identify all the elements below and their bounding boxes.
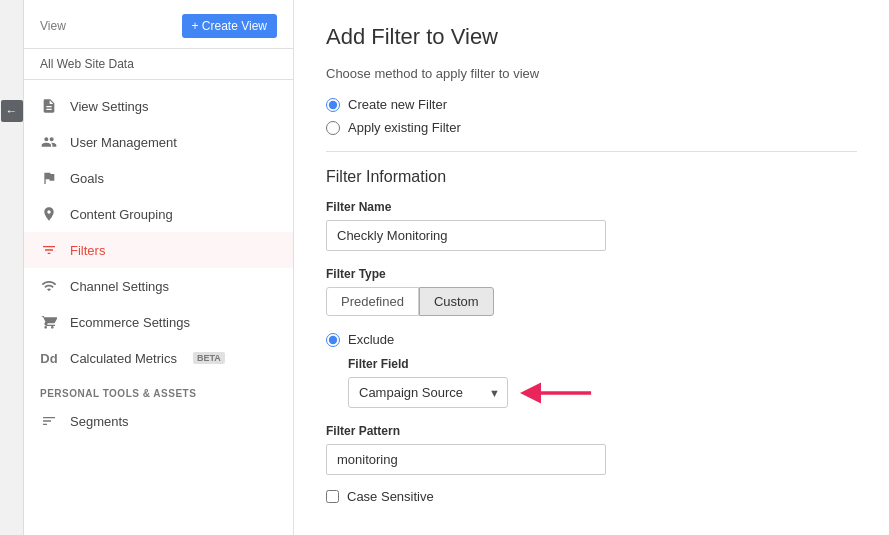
view-label: View <box>40 19 66 33</box>
sidebar-item-label: Ecommerce Settings <box>70 315 190 330</box>
people-icon <box>40 133 58 151</box>
method-radio-group: Create new Filter Apply existing Filter <box>326 97 857 135</box>
sidebar-item-label: User Management <box>70 135 177 150</box>
sidebar-item-label: Channel Settings <box>70 279 169 294</box>
radio-create-new-input[interactable] <box>326 98 340 112</box>
filter-name-label: Filter Name <box>326 200 857 214</box>
filter-type-section: Filter Type Predefined Custom <box>326 267 857 316</box>
sidebar-item-content-grouping[interactable]: Content Grouping <box>24 196 293 232</box>
filter-field-select[interactable]: Campaign Source Campaign Medium Campaign… <box>348 377 508 408</box>
lines-icon <box>40 412 58 430</box>
filter-name-input[interactable] <box>326 220 606 251</box>
dd-icon: Dd <box>40 349 58 367</box>
personal-section-title: PERSONAL TOOLS & ASSETS <box>24 376 293 403</box>
sidebar-item-label: Filters <box>70 243 105 258</box>
create-view-button[interactable]: + Create View <box>182 14 278 38</box>
sidebar-item-segments[interactable]: Segments <box>24 403 293 439</box>
case-sensitive-label: Case Sensitive <box>347 489 434 504</box>
nav-collapse-button[interactable]: ← <box>1 100 23 122</box>
radio-create-new[interactable]: Create new Filter <box>326 97 857 112</box>
nav-toggle-area: ← <box>0 0 24 535</box>
sidebar: View + Create View All Web Site Data Vie… <box>24 0 294 535</box>
radio-create-new-label: Create new Filter <box>348 97 447 112</box>
filter-pattern-input[interactable] <box>326 444 606 475</box>
sidebar-item-calculated-metrics[interactable]: Dd Calculated Metrics BETA <box>24 340 293 376</box>
main-content: Add Filter to View Choose method to appl… <box>294 0 889 535</box>
filter-field-section: Filter Field Campaign Source Campaign Me… <box>348 357 857 408</box>
exclude-radio-label[interactable]: Exclude <box>326 332 857 347</box>
sidebar-header: View + Create View <box>24 0 293 49</box>
exclude-text: Exclude <box>348 332 394 347</box>
sidebar-item-label: Segments <box>70 414 129 429</box>
exclude-radio-input[interactable] <box>326 333 340 347</box>
filter-type-btn-group: Predefined Custom <box>326 287 857 316</box>
exclude-section: Exclude Filter Field Campaign Source Cam… <box>326 332 857 408</box>
case-sensitive-row: Case Sensitive <box>326 489 857 504</box>
page-title: Add Filter to View <box>326 24 857 50</box>
cart-icon <box>40 313 58 331</box>
filter-pattern-label: Filter Pattern <box>326 424 857 438</box>
sidebar-item-goals[interactable]: Goals <box>24 160 293 196</box>
sidebar-item-label: Calculated Metrics <box>70 351 177 366</box>
filter-field-label: Filter Field <box>348 357 857 371</box>
predefined-button[interactable]: Predefined <box>326 287 419 316</box>
divider-1 <box>326 151 857 152</box>
doc-icon <box>40 97 58 115</box>
filter-type-label: Filter Type <box>326 267 857 281</box>
flag-icon <box>40 169 58 187</box>
sidebar-item-ecommerce-settings[interactable]: Ecommerce Settings <box>24 304 293 340</box>
sidebar-item-user-management[interactable]: User Management <box>24 124 293 160</box>
sidebar-item-label: Goals <box>70 171 104 186</box>
radio-apply-existing[interactable]: Apply existing Filter <box>326 120 857 135</box>
sidebar-item-channel-settings[interactable]: Channel Settings <box>24 268 293 304</box>
sidebar-item-filters[interactable]: Filters <box>24 232 293 268</box>
sidebar-subtitle: All Web Site Data <box>24 49 293 80</box>
filter-info-title: Filter Information <box>326 168 857 186</box>
custom-button[interactable]: Custom <box>419 287 494 316</box>
person-pin-icon <box>40 205 58 223</box>
filter-icon <box>40 241 58 259</box>
beta-badge: BETA <box>193 352 225 364</box>
arrow-indicator <box>520 379 600 407</box>
radio-apply-existing-input[interactable] <box>326 121 340 135</box>
pink-arrow-icon <box>520 379 600 407</box>
filter-field-dropdown-wrapper: Campaign Source Campaign Medium Campaign… <box>348 377 857 408</box>
choose-method-label: Choose method to apply filter to view <box>326 66 857 81</box>
signal-icon <box>40 277 58 295</box>
case-sensitive-checkbox[interactable] <box>326 490 339 503</box>
sidebar-nav: View Settings User Management Goals Cont… <box>24 80 293 447</box>
filter-pattern-section: Filter Pattern <box>326 424 857 475</box>
sidebar-item-label: Content Grouping <box>70 207 173 222</box>
sidebar-item-view-settings[interactable]: View Settings <box>24 88 293 124</box>
radio-apply-existing-label: Apply existing Filter <box>348 120 461 135</box>
sidebar-item-label: View Settings <box>70 99 149 114</box>
